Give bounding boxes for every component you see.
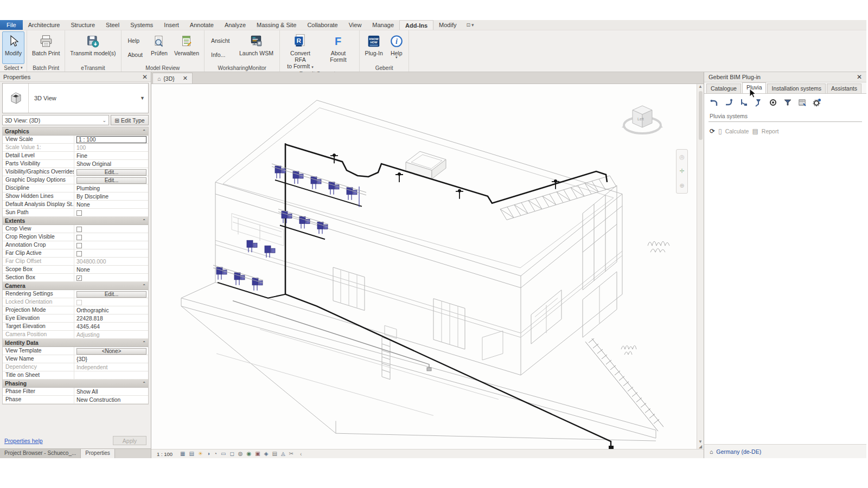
property-row-eye-elevation[interactable]: Eye Elevation22428.818 — [3, 314, 148, 323]
property-value[interactable]: 22428.818 — [74, 314, 148, 322]
model-canvas[interactable]: Left ◎ ✛ ⊕ — [151, 84, 697, 449]
geberit-help-button[interactable]: i Help ▾ — [387, 31, 406, 64]
steering-wheel-icon[interactable]: ◎ — [679, 153, 685, 160]
property-value[interactable]: {3D} — [74, 355, 148, 363]
properties-help-link[interactable]: Properties help — [4, 438, 43, 444]
ribbon-tab-architecture[interactable]: Architecture — [23, 20, 66, 30]
worksharing-display-icon[interactable]: ◈ — [264, 451, 269, 457]
ansicht-button[interactable]: Ansicht — [208, 36, 233, 45]
view-tab-3d[interactable]: ⌂ {3D} ✕ — [152, 73, 193, 84]
close-icon[interactable]: ✕ — [857, 73, 862, 81]
group-label-select[interactable]: Select▾ — [0, 64, 27, 72]
property-row-crop-view[interactable]: Crop View — [3, 225, 148, 233]
property-row-detail-level[interactable]: Detail LevelFine — [3, 152, 148, 160]
chevron-down-icon[interactable]: ▼ — [140, 95, 148, 101]
help-button-model-review[interactable]: Help — [125, 36, 146, 45]
scrollbar-thumb[interactable] — [699, 91, 703, 140]
property-value[interactable]: New Construction — [74, 396, 148, 403]
far-clip-active-checkbox[interactable] — [76, 251, 82, 256]
about-button-model-review[interactable]: About — [125, 50, 146, 59]
country-selector[interactable]: Germany (de-DE) — [716, 448, 761, 455]
geberit-plugin-button[interactable]: KNOWHOW Plug-In — [362, 31, 385, 64]
collapse-icon[interactable]: ⌃ — [142, 284, 146, 288]
schedule-icon[interactable] — [797, 98, 807, 107]
property-value[interactable]: Edit... — [74, 168, 148, 176]
ribbon-tab-add-ins[interactable]: Add-Ins — [399, 20, 433, 30]
property-value[interactable]: Plumbing — [74, 184, 148, 192]
property-row-view-template[interactable]: View Template<None> — [3, 347, 148, 355]
sun-path-icon[interactable]: ☀ — [198, 451, 203, 457]
property-row-scale-value-1[interactable]: Scale Value 1:100 — [3, 144, 148, 152]
ribbon-tab-view[interactable]: View — [343, 20, 367, 30]
section-box-checkbox[interactable]: ✓ — [76, 275, 82, 281]
value-input[interactable]: 1 : 100 — [76, 136, 146, 143]
zoom-icon[interactable]: ⊕ — [679, 182, 684, 189]
property-value[interactable]: 4345.464 — [74, 323, 148, 330]
ribbon-tab-collaborate[interactable]: Collaborate — [302, 20, 343, 30]
property-value[interactable]: Orthographic — [74, 306, 148, 314]
settings-icon[interactable] — [812, 98, 822, 107]
ribbon-tab-analyze[interactable]: Analyze — [219, 20, 251, 30]
property-value[interactable]: <None> — [74, 347, 148, 355]
ribbon-tab-steel[interactable]: Steel — [100, 20, 125, 30]
sun-path-checkbox[interactable] — [76, 210, 82, 216]
geberit-tab-catalogue[interactable]: Catalogue — [706, 84, 741, 93]
crop-region-visible-checkbox[interactable] — [76, 235, 82, 240]
geberit-tab-pluvia[interactable]: Pluvia — [742, 82, 767, 93]
section-header-camera[interactable]: Camera⌃ — [3, 282, 148, 290]
report-button[interactable]: Report — [762, 128, 779, 134]
transmit-models-button[interactable]: Transmit model(s) — [67, 31, 118, 64]
property-row-parts-visibility[interactable]: Parts VisibilityShow Original — [3, 160, 148, 168]
property-value[interactable]: 1 : 100 — [74, 136, 148, 143]
property-value[interactable]: Show All — [74, 388, 148, 395]
property-value[interactable]: 100 — [74, 144, 148, 151]
show-crop-region-icon[interactable]: ◻ — [229, 451, 234, 457]
property-value[interactable]: By Discipline — [74, 192, 148, 200]
convert-rfa-button[interactable]: R Convert RFA to FormIt ▾ — [282, 31, 318, 71]
flange-icon[interactable] — [768, 98, 778, 107]
geberit-tab-assistants[interactable]: Assistants — [827, 84, 861, 93]
section-header-extents[interactable]: Extents⌃ — [3, 217, 148, 225]
canvas-vertical-scrollbar[interactable]: ▲ ▼ ◢ — [697, 84, 704, 449]
collapse-icon[interactable]: ⌃ — [142, 381, 146, 386]
visual-style-icon[interactable]: ▦ — [180, 451, 185, 457]
panel-tab-properties[interactable]: Properties — [81, 449, 115, 458]
property-row-scope-box[interactable]: Scope BoxNone — [3, 266, 148, 274]
property-value[interactable]: Independent — [74, 363, 148, 371]
ribbon-tab-manage[interactable]: Manage — [367, 20, 399, 30]
resize-corner-icon[interactable]: ◢ — [699, 444, 702, 449]
property-value[interactable] — [74, 233, 148, 241]
property-value[interactable] — [74, 249, 148, 257]
view-scale-control[interactable]: 1 : 100 — [157, 451, 173, 457]
file-tab[interactable]: File — [0, 20, 23, 30]
section-header-identity-data[interactable]: Identity Data⌃ — [3, 339, 148, 347]
property-row-title-on-sheet[interactable]: Title on Sheet — [3, 371, 148, 380]
property-row-annotation-crop[interactable]: Annotation Crop — [3, 241, 148, 249]
pipe-bracket-icon[interactable] — [739, 98, 749, 107]
ribbon-tab-annotate[interactable]: Annotate — [184, 20, 219, 30]
info-button[interactable]: Info... — [208, 50, 233, 59]
collapse-icon[interactable]: ⌃ — [142, 341, 146, 345]
property-row-graphic-display-options[interactable]: Graphic Display OptionsEdit... — [3, 176, 148, 184]
property-value[interactable]: ✓ — [74, 274, 148, 281]
launch-wsm-button[interactable]: Launch WSM — [235, 31, 277, 64]
property-value[interactable] — [74, 298, 148, 306]
modify-button[interactable]: Modify — [2, 31, 24, 64]
property-value[interactable]: Edit... — [74, 176, 148, 184]
collapse-icon[interactable]: ⌃ — [142, 219, 146, 223]
property-row-view-name[interactable]: View Name{3D} — [3, 355, 148, 363]
property-row-dependency[interactable]: DependencyIndependent — [3, 363, 148, 371]
calculate-button[interactable]: Calculate — [725, 128, 749, 134]
crop-view-icon[interactable]: ▭ — [221, 451, 226, 457]
property-value[interactable] — [74, 371, 148, 379]
section-header-phasing[interactable]: Phasing⌃ — [3, 380, 148, 388]
property-value[interactable]: Edit... — [74, 290, 148, 298]
property-row-discipline[interactable]: DisciplinePlumbing — [3, 184, 148, 192]
property-row-camera-position[interactable]: Camera PositionAdjusting — [3, 331, 148, 339]
property-row-phase[interactable]: PhaseNew Construction — [3, 396, 148, 404]
temporary-view-properties-icon[interactable]: ▤ — [272, 451, 277, 457]
property-value[interactable]: Adjusting — [74, 331, 148, 338]
batch-print-button[interactable]: Batch Print — [29, 31, 62, 64]
property-row-show-hidden-lines[interactable]: Show Hidden LinesBy Discipline — [3, 192, 148, 201]
property-value[interactable] — [74, 209, 148, 216]
